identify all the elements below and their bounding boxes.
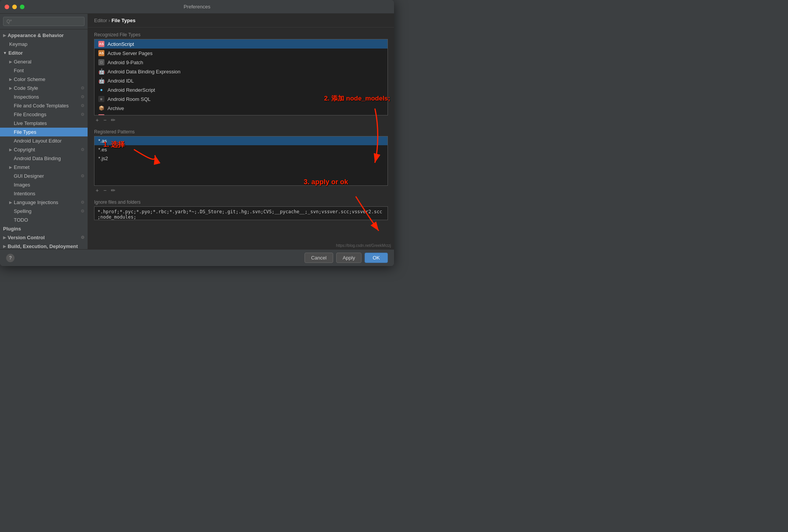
list-item[interactable]: □ Android 9-Patch: [94, 58, 387, 67]
registered-patterns-list[interactable]: *.as *.es *.js2: [94, 136, 388, 186]
sidebar-item-file-encodings[interactable]: File Encodings ⚙: [0, 110, 88, 119]
cancel-button[interactable]: Cancel: [304, 253, 333, 263]
minimize-button[interactable]: [12, 5, 17, 9]
search-input[interactable]: [3, 17, 85, 26]
expand-icon: ▶: [9, 200, 12, 204]
sidebar-item-font[interactable]: Font: [0, 66, 88, 75]
gear-icon: ⚙: [81, 112, 85, 117]
sidebar-item-label: Android Data Binding: [14, 156, 61, 161]
file-type-icon: □: [98, 59, 104, 65]
pattern-item[interactable]: *.as: [94, 136, 387, 145]
file-type-list[interactable]: AS ActionScript AS Active Server Pages □…: [94, 39, 388, 115]
sidebar-item-label: File Encodings: [14, 112, 46, 117]
edit-file-type-button[interactable]: ✏: [109, 116, 117, 124]
sidebar-item-android-data-binding[interactable]: Android Data Binding: [0, 154, 88, 163]
expand-icon: ▶: [9, 77, 12, 81]
gear-icon: ⚙: [81, 103, 85, 108]
action-buttons: Cancel Apply OK: [304, 253, 388, 263]
sidebar-item-build-execution[interactable]: ▶ Build, Execution, Deployment: [0, 242, 88, 249]
sidebar-item-label: Keymap: [9, 41, 28, 47]
sidebar-item-label: Code Style: [14, 85, 38, 91]
sidebar-item-label: Inspections: [14, 94, 39, 100]
file-type-icon: 🤖: [98, 68, 104, 75]
ok-button[interactable]: OK: [365, 253, 388, 263]
sidebar-item-label: Version Control: [8, 235, 45, 240]
sidebar-item-code-style[interactable]: ▶ Code Style ⚙: [0, 84, 88, 92]
remove-file-type-button[interactable]: −: [102, 116, 108, 124]
sidebar-item-todo[interactable]: TODO: [0, 216, 88, 224]
sidebar-item-emmet[interactable]: ▶ Emmet: [0, 163, 88, 172]
file-type-name: Archive: [107, 105, 124, 111]
expand-icon: ▶: [3, 33, 6, 37]
breadcrumb-current: File Types: [112, 18, 136, 23]
sidebar-item-label: Images: [14, 182, 30, 188]
window-title: Preferences: [184, 4, 210, 10]
list-item[interactable]: ● Android RenderScript: [94, 85, 387, 94]
gear-icon: ⚙: [81, 174, 85, 178]
sidebar-item-android-layout-editor[interactable]: Android Layout Editor: [0, 136, 88, 145]
ignore-label: Ignore files and folders: [94, 200, 388, 205]
list-item[interactable]: 🤖 Android IDL: [94, 76, 387, 85]
pattern-value: *.as: [98, 138, 107, 144]
list-item[interactable]: AS ActionScript: [94, 39, 387, 49]
add-pattern-button[interactable]: +: [94, 187, 100, 194]
main-content: Editor › File Types Recognized File Type…: [88, 14, 394, 249]
gear-icon: ⚙: [81, 94, 85, 99]
help-button[interactable]: ?: [6, 254, 15, 262]
sidebar-item-images[interactable]: Images: [0, 180, 88, 189]
expand-icon: ▼: [3, 51, 7, 55]
remove-pattern-button[interactable]: −: [102, 187, 108, 194]
pattern-toolbar: + − ✏: [94, 186, 388, 195]
file-type-icon: 🤖: [98, 78, 104, 84]
file-type-name: Active Server Pages: [107, 50, 153, 56]
sidebar-item-appearance[interactable]: ▶ Appearance & Behavior: [0, 31, 88, 40]
pattern-item[interactable]: *.js2: [94, 154, 387, 163]
sidebar-item-gui-designer[interactable]: GUI Designer ⚙: [0, 172, 88, 180]
list-item[interactable]: 🤖 Android Data Binding Expression: [94, 67, 387, 76]
maximize-button[interactable]: [20, 5, 24, 9]
nav-tree: ▶ Appearance & Behavior Keymap ▼ Editor …: [0, 29, 88, 249]
search-box[interactable]: [0, 14, 88, 29]
sidebar-item-keymap[interactable]: Keymap: [0, 40, 88, 49]
sidebar-item-copyright[interactable]: ▶ Copyright ⚙: [0, 145, 88, 154]
window-controls[interactable]: [5, 5, 24, 9]
list-item[interactable]: ≡ Android Room SQL: [94, 94, 387, 104]
sidebar-item-plugins[interactable]: Plugins: [0, 224, 88, 233]
list-item[interactable]: AS Active Server Pages: [94, 49, 387, 58]
sidebar-item-version-control[interactable]: ▶ Version Control ⚙: [0, 233, 88, 242]
sidebar-item-label: Plugins: [3, 226, 21, 232]
sidebar-item-color-scheme[interactable]: ▶ Color Scheme: [0, 75, 88, 84]
edit-pattern-button[interactable]: ✏: [109, 187, 117, 194]
ignore-section: Ignore files and folders *.hprof;*.pyc;*…: [94, 200, 388, 221]
sidebar-item-inspections[interactable]: Inspections ⚙: [0, 92, 88, 101]
pattern-value: *.js2: [98, 156, 108, 161]
ignore-field[interactable]: *.hprof;*.pyc;*.pyo;*.rbc;*.yarb;*~;.DS_…: [94, 206, 388, 220]
sidebar-item-label: Copyright: [14, 147, 35, 152]
sidebar-item-editor[interactable]: ▼ Editor: [0, 49, 88, 57]
close-button[interactable]: [5, 5, 9, 9]
sidebar-item-file-code-templates[interactable]: File and Code Templates ⚙: [0, 101, 88, 110]
recognized-section: Recognized File Types AS ActionScript AS…: [94, 32, 388, 125]
gear-icon: ⚙: [81, 86, 85, 91]
file-type-icon: ●: [98, 87, 104, 93]
sidebar-item-intentions[interactable]: Intentions: [0, 189, 88, 198]
recognized-label: Recognized File Types: [94, 32, 388, 37]
sidebar-item-live-templates[interactable]: Live Templates: [0, 119, 88, 128]
bottom-bar: ? Cancel Apply OK: [0, 249, 394, 266]
list-item[interactable]: AJ AspectJ: [94, 113, 387, 115]
sidebar-item-language-injections[interactable]: ▶ Language Injections ⚙: [0, 198, 88, 207]
sidebar-item-general[interactable]: ▶ General: [0, 57, 88, 66]
sidebar-item-file-types[interactable]: File Types: [0, 128, 88, 136]
sidebar-item-label: Emmet: [14, 164, 29, 170]
sidebar-item-spelling[interactable]: Spelling ⚙: [0, 207, 88, 216]
add-file-type-button[interactable]: +: [94, 116, 100, 124]
gear-icon: ⚙: [81, 200, 85, 205]
apply-button[interactable]: Apply: [336, 253, 362, 263]
file-type-name: Android 9-Patch: [107, 60, 143, 65]
sidebar-item-label: Intentions: [14, 191, 35, 196]
pattern-item[interactable]: *.es: [94, 145, 387, 154]
sidebar-item-label: File and Code Templates: [14, 103, 69, 109]
breadcrumb: Editor › File Types: [88, 14, 394, 28]
file-type-icon: ≡: [98, 96, 104, 102]
list-item[interactable]: 📦 Archive: [94, 104, 387, 113]
